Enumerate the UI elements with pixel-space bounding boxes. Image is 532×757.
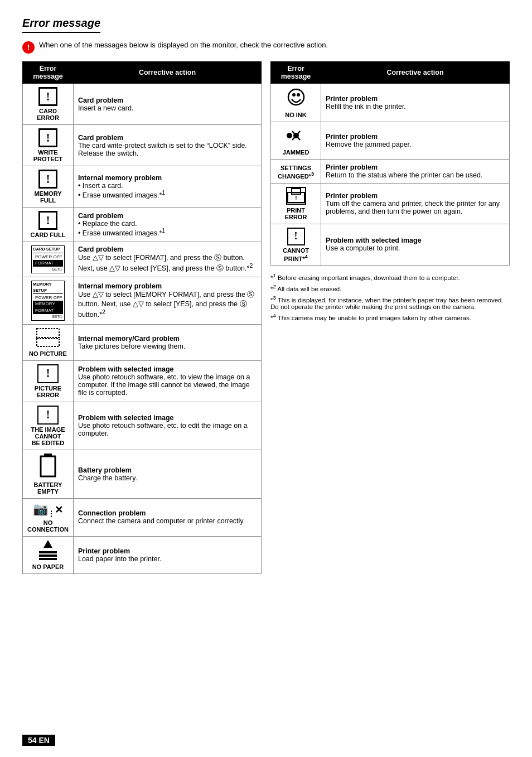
table-row: BATTERYEMPTY Battery problem Charge the … xyxy=(23,450,262,498)
no-ink-icon-cell: NO INK xyxy=(271,84,321,122)
table-row: NO PAPER Printer problem Load paper into… xyxy=(23,536,262,573)
card-setup-icon-cell: CARD SETUP POWER OFF FORMAT SET□ xyxy=(23,242,74,277)
left-column: Error message Corrective action ! CARD E… xyxy=(22,61,262,574)
picture-error-icon: ! xyxy=(37,364,59,383)
image-cannot-edit-icon-cell: ! THE IMAGECANNOTBE EDITED xyxy=(23,402,74,450)
card-setup-description: Use △▽ to select [FORMAT], and press the… xyxy=(78,254,253,272)
svg-rect-4 xyxy=(39,551,57,553)
svg-rect-3 xyxy=(41,456,55,476)
card-full-corrective: Card problem • Replace the card.• Erase … xyxy=(73,208,261,242)
no-picture-svg xyxy=(36,328,60,347)
svg-rect-5 xyxy=(39,555,57,557)
svg-point-11 xyxy=(287,133,292,138)
battery-empty-description: Charge the battery. xyxy=(78,474,137,482)
card-setup-footer: SET□ xyxy=(33,266,63,272)
table-row: ! CANNOT PRINT*4 Problem with selected i… xyxy=(271,224,510,266)
table-row: ! PICTUREERROR Problem with selected ima… xyxy=(23,360,262,402)
table-row: ! CARD FULL Card problem • Replace the c… xyxy=(23,208,262,242)
cannot-print-description: Use a computer to print. xyxy=(326,244,400,252)
footnote-3: *3 This is displayed, for instance, when… xyxy=(270,295,510,310)
no-ink-label: NO INK xyxy=(275,112,316,118)
no-paper-problem-type: Printer problem xyxy=(78,547,130,555)
card-error-label: CARD ERROR xyxy=(27,108,69,121)
battery-empty-icon-cell: BATTERYEMPTY xyxy=(23,450,74,498)
card-full-label: CARD FULL xyxy=(27,232,69,238)
jammed-icon-cell: JAMMED xyxy=(271,122,321,160)
card-full-problem-type: Card problem xyxy=(78,212,123,220)
left-header-corrective: Corrective action xyxy=(73,62,261,84)
settings-changed-corrective: Printer problem Return to the status whe… xyxy=(321,160,510,184)
exclaim-box-icon: ! xyxy=(38,128,57,147)
footnotes-section: *1 Before erasing important images, down… xyxy=(270,272,510,321)
page-number-value: 54 xyxy=(28,736,37,745)
svg-point-9 xyxy=(292,93,296,97)
table-row: ! WRITEPROTECT Card problem The card wri… xyxy=(23,125,262,166)
svg-rect-1 xyxy=(37,339,59,346)
battery-empty-problem-type: Battery problem xyxy=(78,466,132,474)
main-content: Error message Corrective action ! CARD E… xyxy=(22,61,510,574)
no-paper-icon-cell: NO PAPER xyxy=(23,536,74,573)
print-error-icon: ! xyxy=(286,187,306,205)
card-setup-menu-format: FORMAT xyxy=(33,260,63,266)
memory-setup-footer: SET□ xyxy=(33,314,63,320)
card-setup-icon: CARD SETUP POWER OFF FORMAT SET□ xyxy=(31,245,65,273)
picture-error-icon-cell: ! PICTUREERROR xyxy=(23,360,74,402)
cannot-print-icon: ! xyxy=(287,228,305,245)
right-error-table: Error message Corrective action NO INK xyxy=(270,61,510,266)
card-error-corrective: Card problem Insert a new card. xyxy=(73,84,261,125)
left-header-error: Error message xyxy=(23,62,74,84)
battery-empty-label: BATTERYEMPTY xyxy=(27,481,69,495)
no-paper-label: NO PAPER xyxy=(27,563,69,570)
print-error-icon-cell: ! PRINT ERROR xyxy=(271,183,321,224)
no-connection-problem-type: Connection problem xyxy=(78,509,146,517)
no-ink-description: Refill the ink in the printer. xyxy=(326,103,406,110)
no-paper-corrective: Printer problem Load paper into the prin… xyxy=(73,536,261,573)
svg-rect-0 xyxy=(37,329,59,337)
card-setup-problem-type: Card problem xyxy=(78,245,123,253)
jammed-label: JAMMED xyxy=(275,149,316,156)
print-error-corrective: Printer problem Turn off the camera and … xyxy=(321,183,510,224)
card-setup-title: CARD SETUP xyxy=(33,247,63,253)
svg-text:!: ! xyxy=(295,195,297,201)
no-connection-label: NOCONNECTION xyxy=(27,519,69,533)
image-cannot-edit-corrective: Problem with selected image Use photo re… xyxy=(73,402,261,450)
table-row: ! MEMORY FULL Internal memory problem • … xyxy=(23,166,262,208)
no-picture-description: Take pictures before viewing them. xyxy=(78,343,185,350)
image-cannot-edit-icon: ! xyxy=(37,406,59,425)
cannot-print-problem-type: Problem with selected image xyxy=(326,237,422,244)
no-paper-description: Load paper into the printer. xyxy=(78,555,161,563)
picture-error-corrective: Problem with selected image Use photo re… xyxy=(73,360,261,402)
write-protect-description: The card write-protect switch is set to … xyxy=(78,142,247,157)
no-connection-corrective: Connection problem Connect the camera an… xyxy=(73,498,261,536)
card-error-description: Insert a new card. xyxy=(78,104,133,112)
no-ink-corrective: Printer problem Refill the ink in the pr… xyxy=(321,84,510,122)
image-cannot-edit-label: THE IMAGECANNOTBE EDITED xyxy=(27,426,69,446)
memory-full-label: MEMORY FULL xyxy=(27,190,69,204)
intro-section: ! When one of the messages below is disp… xyxy=(22,41,510,54)
card-setup-menu-poweroff: POWER OFF xyxy=(33,254,63,260)
settings-changed-problem-type: Printer problem xyxy=(326,163,378,171)
write-protect-label: WRITEPROTECT xyxy=(27,149,69,162)
no-picture-icon xyxy=(36,328,60,347)
cannot-print-label: CANNOT PRINT*4 xyxy=(275,247,316,262)
no-connection-icon-cell: 📷⋮✕ NOCONNECTION xyxy=(23,498,74,536)
svg-rect-6 xyxy=(39,558,57,560)
battery-icon xyxy=(40,454,56,478)
no-connection-description: Connect the camera and computer or print… xyxy=(78,517,245,525)
settings-changed-label: SETTINGSCHANGED*3 xyxy=(275,165,316,180)
table-row: JAMMED Printer problem Remove the jammed… xyxy=(271,122,510,160)
intro-text: When one of the messages below is displa… xyxy=(39,41,328,49)
footnote-2: *2 All data will be erased. xyxy=(270,283,510,292)
exclaim-box-icon: ! xyxy=(38,87,57,106)
memory-full-problem-type: Internal memory problem xyxy=(78,174,162,182)
print-error-problem-type: Printer problem xyxy=(326,192,378,200)
no-picture-corrective: Internal memory/Card problem Take pictur… xyxy=(73,324,261,360)
memory-setup-problem-type: Internal memory problem xyxy=(78,282,162,290)
no-connection-icon: 📷⋮✕ xyxy=(33,502,63,516)
print-error-svg: ! xyxy=(287,188,305,204)
battery-empty-corrective: Battery problem Charge the battery. xyxy=(73,450,261,498)
picture-error-label: PICTUREERROR xyxy=(27,385,69,398)
no-ink-icon xyxy=(284,87,308,108)
cannot-print-corrective: Problem with selected image Use a comput… xyxy=(321,224,510,266)
footnote-1: *1 Before erasing important images, down… xyxy=(270,272,510,281)
